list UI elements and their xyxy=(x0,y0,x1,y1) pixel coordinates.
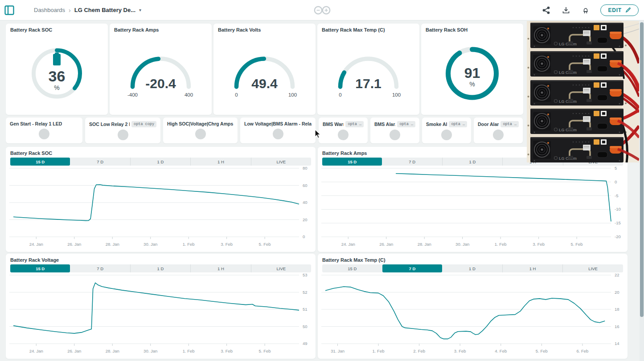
svg-text:-5: -5 xyxy=(615,193,618,198)
svg-text:53: 53 xyxy=(303,272,308,277)
gauge-arc xyxy=(340,73,345,87)
gauge-semi: 49.40100 xyxy=(213,32,316,113)
svg-text:1. Feb: 1. Feb xyxy=(495,242,507,247)
tab-7d[interactable]: 7 D xyxy=(382,264,443,272)
led-card: Smoke Ala...opta … xyxy=(422,118,471,143)
time-range-tabs: 15 D7 D1 D1 HLIVE xyxy=(322,264,623,272)
led-label: Door Alar... xyxy=(478,122,499,127)
svg-text:5. Feb: 5. Feb xyxy=(571,242,583,247)
tab-15d[interactable]: 15 D xyxy=(10,158,70,166)
gauge-min-label: 0 xyxy=(339,92,341,97)
gauge-value: -20.4 xyxy=(145,76,176,91)
svg-text:16: 16 xyxy=(615,324,619,329)
x-axis: 24. Jan26. Jan28. Jan30. Jan1. Feb3. Feb… xyxy=(29,344,271,353)
page-scrollbar[interactable] xyxy=(640,20,644,361)
led-label: BMS Alar... xyxy=(374,122,395,127)
breadcrumb: Dashboards › LG Chem Battery De... ▾ xyxy=(34,7,141,14)
svg-text:26. Jan: 26. Jan xyxy=(67,349,81,353)
led-card-header: BMS Warni...opta … xyxy=(319,118,368,127)
led-indicator xyxy=(338,130,349,140)
share-icon[interactable] xyxy=(541,5,551,15)
tab-1d[interactable]: 1 D xyxy=(130,264,190,272)
svg-text:30. Jan: 30. Jan xyxy=(455,242,469,247)
gauge-title: Battery Rack SOC xyxy=(6,24,108,32)
gauge-unit: % xyxy=(469,81,475,88)
gauge-title: Battery Rack Max Temp (C) xyxy=(317,24,419,32)
tab-1h[interactable]: 1 H xyxy=(190,264,250,272)
svg-text:5. Feb: 5. Feb xyxy=(536,349,548,353)
svg-text:26. Jan: 26. Jan xyxy=(379,242,393,247)
breadcrumb-dashboards-link[interactable]: Dashboards xyxy=(34,7,65,13)
chart-title: Battery Rack Voltage xyxy=(6,254,316,263)
svg-text:22: 22 xyxy=(615,272,619,277)
svg-text:40: 40 xyxy=(303,200,308,205)
tab-15d[interactable]: 15 D xyxy=(322,158,382,166)
svg-text:-10: -10 xyxy=(615,207,621,211)
gauge-max-label: 100 xyxy=(288,92,297,97)
led-card-header: High SOC|Voltage|Chrg Amps - R... xyxy=(163,118,238,126)
sidebar-toggle-icon[interactable] xyxy=(4,4,15,16)
chart-plot[interactable]: 80604020024. Jan26. Jan28. Jan30. Jan1. … xyxy=(6,166,316,251)
led-card: Low Voltage|BMS Alarm - Relay 4 ... xyxy=(240,118,316,143)
y-axis: 50-5-10-15-20 xyxy=(321,166,621,239)
download-icon[interactable] xyxy=(561,5,571,15)
edit-button[interactable]: EDIT xyxy=(600,4,639,16)
svg-text:4. Feb: 4. Feb xyxy=(495,349,507,353)
svg-text:28. Jan: 28. Jan xyxy=(106,242,119,247)
tab-1d[interactable]: 1 D xyxy=(442,264,502,272)
svg-text:3. Feb: 3. Feb xyxy=(533,242,545,247)
tab-1d[interactable]: 1 D xyxy=(442,158,502,166)
chart-plot[interactable]: 222018161431. Jan1. Feb2. Feb3. Feb4. Fe… xyxy=(318,272,628,358)
gauge-value: 36 xyxy=(49,68,66,85)
svg-text:3. Feb: 3. Feb xyxy=(454,349,466,353)
svg-text:1. Feb: 1. Feb xyxy=(183,242,195,247)
svg-text:51: 51 xyxy=(303,307,308,312)
gauge-card: Battery Rack Volts49.40100 xyxy=(213,24,316,115)
tab-live[interactable]: LIVE xyxy=(251,158,311,166)
led-indicator xyxy=(441,130,452,140)
dashboard-title: LG Chem Battery De... xyxy=(74,7,135,13)
thing-badge: opta … xyxy=(397,121,415,127)
led-card-header: SOC Low Relay 2 LEDopta copy xyxy=(85,118,160,127)
gauge-semi: 17.10100 xyxy=(317,32,419,113)
chart-card: Battery Rack Voltage15 D7 D1 D1 HLIVE535… xyxy=(6,254,316,359)
svg-text:3. Feb: 3. Feb xyxy=(221,349,233,353)
tab-15d[interactable]: 15 D xyxy=(10,264,70,272)
led-indicator xyxy=(118,130,128,140)
chart-card: Battery Rack Max Temp (C)15 D7 D1 D1 HLI… xyxy=(318,254,628,359)
svg-text:52: 52 xyxy=(303,290,308,295)
thing-badge: opta … xyxy=(345,121,364,127)
gauge-title: Battery Rack Amps xyxy=(110,24,212,32)
tab-live[interactable]: LIVE xyxy=(562,264,623,272)
chevron-down-icon[interactable]: ▾ xyxy=(139,8,141,12)
gauge-value: 49.4 xyxy=(251,76,278,91)
tab-1h[interactable]: 1 H xyxy=(190,158,250,166)
thing-badge: opta copy xyxy=(131,121,156,127)
svg-text:60: 60 xyxy=(303,183,308,188)
led-card: SOC Low Relay 2 LEDopta copy xyxy=(85,118,160,143)
svg-text:2. Feb: 2. Feb xyxy=(413,349,425,353)
led-label: Low Voltage|BMS Alarm - Relay 4 ... xyxy=(244,121,312,126)
tab-1d[interactable]: 1 D xyxy=(130,158,190,166)
tab-7d[interactable]: 7 D xyxy=(382,158,442,166)
chart-plot[interactable]: 50-5-10-15-2024. Jan26. Jan28. Jan30. Ja… xyxy=(318,166,628,251)
tab-7d[interactable]: 7 D xyxy=(70,158,130,166)
svg-text:28. Jan: 28. Jan xyxy=(418,242,431,247)
series-line xyxy=(396,174,611,222)
led-card-header: BMS Alar...opta … xyxy=(370,118,419,127)
scrollbar-thumb[interactable] xyxy=(640,22,644,317)
tab-7d[interactable]: 7 D xyxy=(70,264,130,272)
tab-15d[interactable]: 15 D xyxy=(322,264,382,272)
y-axis: 806040200 xyxy=(9,166,308,239)
x-axis: 31. Jan1. Feb2. Feb3. Feb4. Feb5. Feb6. … xyxy=(331,344,588,353)
led-card-header: Gen Start - Relay 1 LED xyxy=(6,118,82,126)
pencil-icon xyxy=(625,7,631,13)
led-notification-icon[interactable] xyxy=(581,5,591,15)
y-axis: 5352515049 xyxy=(9,272,308,346)
tab-1h[interactable]: 1 H xyxy=(502,264,563,272)
tab-live[interactable]: LIVE xyxy=(251,264,311,272)
svg-text:20: 20 xyxy=(303,217,308,222)
chart-plot[interactable]: 535251504924. Jan26. Jan28. Jan30. Jan1.… xyxy=(6,272,316,358)
x-axis: 24. Jan26. Jan28. Jan30. Jan1. Feb3. Feb… xyxy=(29,237,271,247)
svg-text:49: 49 xyxy=(303,341,308,346)
